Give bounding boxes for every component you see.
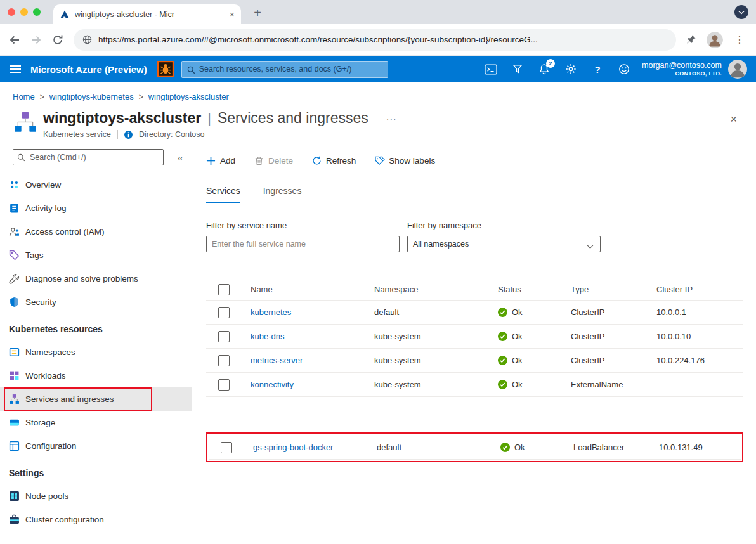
table-row[interactable]: metrics-server kube-system Ok ClusterIP …	[206, 349, 743, 373]
cloud-shell-icon[interactable]	[485, 63, 497, 75]
sidebar-search-input[interactable]	[13, 149, 164, 165]
sidebar-item-storage[interactable]: Storage	[0, 411, 192, 434]
breadcrumb-resource-group[interactable]: wingtiptoys-kubernetes	[49, 92, 134, 101]
delete-label: Delete	[268, 156, 293, 165]
type-cell: ClusterIP	[571, 308, 656, 317]
table-row[interactable]: konnectivity kube-system Ok ExternalName	[206, 373, 743, 397]
node-pools-icon	[9, 491, 20, 502]
column-header-type[interactable]: Type	[571, 285, 656, 294]
close-blade-icon[interactable]: ×	[730, 113, 737, 126]
feedback-smiley-icon[interactable]	[618, 63, 630, 75]
tab-close-icon[interactable]: ×	[230, 10, 235, 20]
select-all-checkbox[interactable]	[218, 284, 230, 295]
delete-button[interactable]: Delete	[254, 156, 293, 165]
window-minimize-button[interactable]	[20, 8, 28, 16]
namespace-dropdown[interactable]: All namespaces	[407, 236, 601, 252]
tab-ingresses[interactable]: Ingresses	[263, 186, 302, 203]
row-checkbox[interactable]	[218, 307, 230, 318]
browser-tab[interactable]: wingtiptoys-akscluster - Micr ×	[53, 4, 241, 24]
sidebar-item-workloads[interactable]: Workloads	[0, 364, 192, 387]
sidebar-item-cluster-configuration[interactable]: Cluster configuration	[0, 508, 192, 531]
sidebar-item-label: Cluster configuration	[25, 515, 104, 524]
sidebar-search-box[interactable]	[13, 149, 164, 165]
table-row[interactable]: kube-dns kube-system Ok ClusterIP 10.0.0…	[206, 325, 743, 349]
help-icon[interactable]: ?	[591, 63, 604, 75]
window-zoom-button[interactable]	[33, 8, 41, 16]
service-name-link[interactable]: kubernetes	[251, 308, 374, 317]
sidebar-item-services-and-ingresses[interactable]: Services and ingresses	[0, 387, 192, 411]
reload-icon[interactable]	[52, 34, 63, 46]
browser-menu-icon[interactable]: ⋮	[732, 34, 747, 46]
sidebar-item-label: Tags	[25, 250, 44, 260]
back-icon[interactable]	[9, 34, 20, 46]
show-labels-button[interactable]: Show labels	[375, 156, 435, 165]
column-header-namespace[interactable]: Namespace	[374, 285, 498, 294]
service-name-link[interactable]: metrics-server	[251, 356, 374, 365]
row-checkbox[interactable]	[218, 331, 230, 342]
more-options-icon[interactable]: ···	[386, 113, 397, 124]
info-icon	[124, 131, 133, 139]
service-name-filter-label: Filter by service name	[206, 221, 400, 230]
account-info[interactable]: morgan@contoso.com CONTOSO, LTD.	[642, 60, 722, 78]
azure-title[interactable]: Microsoft Azure (Preview)	[30, 64, 147, 75]
notifications-bell-icon[interactable]: 2	[538, 63, 551, 75]
sidebar-menu: Overview Activity log Access control (IA…	[0, 173, 192, 531]
sidebar-item-tags[interactable]: Tags	[0, 243, 192, 267]
row-checkbox[interactable]	[221, 442, 232, 453]
search-icon	[17, 153, 25, 161]
table-row[interactable]: kubernetes default Ok ClusterIP 10.0.0.1	[206, 301, 743, 325]
browser-avatar[interactable]	[707, 32, 723, 48]
sidebar-item-namespaces[interactable]: Namespaces	[0, 340, 192, 364]
collapse-menu-icon[interactable]: «	[178, 152, 183, 163]
cluster-ip-cell: 10.0.224.176	[656, 356, 743, 365]
extensions-pin-icon[interactable]	[686, 34, 698, 46]
row-checkbox[interactable]	[218, 379, 230, 391]
service-name-link[interactable]: kube-dns	[251, 332, 374, 341]
tags-icon	[9, 250, 20, 261]
refresh-button[interactable]: Refresh	[312, 156, 356, 165]
column-header-name[interactable]: Name	[251, 285, 374, 294]
global-search-input[interactable]	[199, 65, 382, 74]
service-name-link[interactable]: gs-spring-boot-docker	[253, 443, 377, 452]
sidebar-item-label: Activity log	[25, 204, 67, 213]
directory-filter-icon[interactable]	[511, 63, 524, 75]
bug-report-icon[interactable]	[157, 61, 174, 77]
url-bar[interactable]: https://ms.portal.azure.com/#@microsoft.…	[74, 29, 676, 51]
namespace-filter: Filter by namespace All namespaces	[407, 221, 601, 252]
row-checkbox[interactable]	[218, 355, 230, 366]
sidebar-item-label: Services and ingresses	[25, 394, 114, 404]
breadcrumb-cluster[interactable]: wingtiptoys-akscluster	[148, 92, 229, 101]
status-ok-icon	[500, 443, 510, 452]
tab-services[interactable]: Services	[206, 186, 240, 203]
sidebar-section-kubernetes-resources: Kubernetes resources	[0, 314, 178, 340]
settings-gear-icon[interactable]	[564, 63, 577, 75]
column-header-cluster-ip[interactable]: Cluster IP	[656, 285, 743, 294]
global-search-box[interactable]	[181, 61, 388, 78]
sidebar-item-overview[interactable]: Overview	[0, 173, 192, 197]
sidebar-item-configuration[interactable]: Configuration	[0, 434, 192, 458]
new-tab-button[interactable]: +	[249, 4, 266, 22]
show-labels-icon	[375, 156, 384, 165]
sidebar-item-activity-log[interactable]: Activity log	[0, 197, 192, 220]
page-title-line: wingtiptoys-akscluster | Services and in…	[43, 110, 397, 127]
status-cell: Ok	[498, 356, 571, 365]
breadcrumb-home[interactable]: Home	[13, 92, 35, 101]
hamburger-menu-icon[interactable]	[0, 65, 30, 74]
services-ingresses-icon	[9, 394, 20, 405]
browser-tab-strip: wingtiptoys-akscluster - Micr × +	[0, 0, 756, 24]
user-avatar[interactable]	[728, 60, 747, 79]
column-header-status[interactable]: Status	[498, 285, 571, 294]
table-row-highlighted[interactable]: gs-spring-boot-docker default Ok LoadBal…	[209, 436, 741, 460]
browser-dropdown-icon[interactable]	[734, 5, 748, 19]
service-name-link[interactable]: konnectivity	[251, 380, 374, 389]
tab-title: wingtiptoys-akscluster - Micr	[75, 10, 225, 19]
sidebar-item-access-control[interactable]: Access control (IAM)	[0, 220, 192, 243]
service-name-filter-input[interactable]	[206, 236, 400, 252]
sidebar-item-label: Workloads	[25, 371, 66, 380]
sidebar-item-node-pools[interactable]: Node pools	[0, 484, 192, 508]
sidebar-item-security[interactable]: Security	[0, 290, 192, 314]
window-close-button[interactable]	[8, 8, 15, 16]
add-button[interactable]: Add	[206, 156, 235, 165]
forward-icon[interactable]	[30, 34, 42, 46]
sidebar-item-diagnose[interactable]: Diagnose and solve problems	[0, 267, 192, 290]
